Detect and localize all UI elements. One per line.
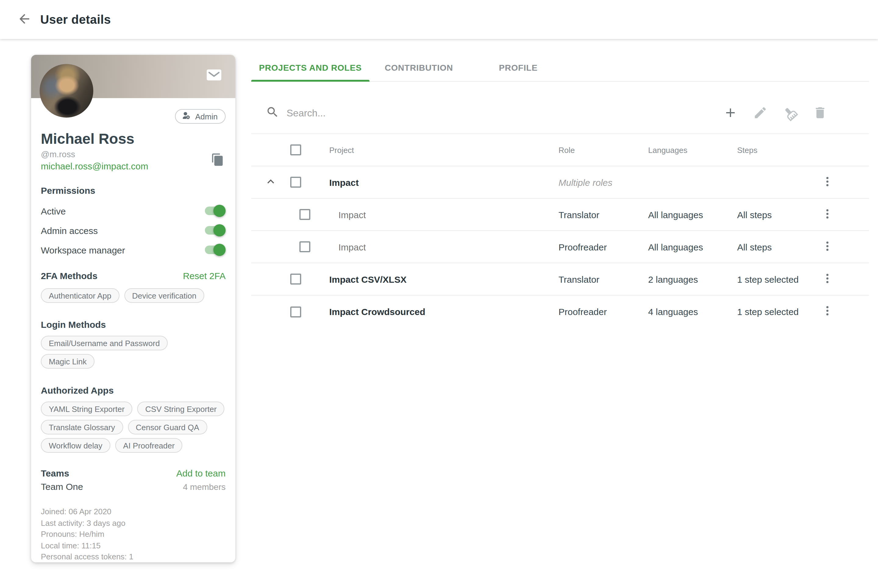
table-row-impact-translator: Impact Translator All languages All step… (251, 199, 869, 231)
kebab-icon (821, 207, 833, 222)
page-title: User details (40, 12, 111, 27)
kebab-icon (821, 304, 833, 319)
row-checkbox[interactable] (290, 306, 301, 317)
team-members-count: 4 members (183, 481, 226, 493)
meta-joined: Joined: 06 Apr 2020 (41, 506, 226, 518)
user-handle: @m.ross (41, 148, 148, 160)
login-methods-title: Login Methods (41, 319, 226, 331)
plus-icon (723, 105, 738, 122)
row-checkbox[interactable] (290, 274, 301, 285)
role-cell: Proofreader (558, 306, 648, 317)
active-toggle[interactable] (204, 205, 226, 217)
row-menu-button[interactable] (818, 269, 837, 289)
trash-icon (813, 105, 827, 122)
projects-table: Project Role Languages Steps Impact Mul (251, 134, 869, 328)
meta-pronouns: Pronouns: He/him (41, 529, 226, 540)
table-row-impact-crowdsourced: Impact Crowdsourced Proofreader 4 langua… (251, 296, 869, 328)
kebab-icon (821, 175, 833, 189)
project-name: Impact (312, 209, 558, 220)
admin-access-toggle[interactable] (204, 224, 226, 236)
row-checkbox[interactable] (290, 177, 301, 188)
steps-cell: 1 step selected (737, 274, 813, 284)
copy-email-button[interactable] (210, 153, 226, 168)
app-chip: YAML String Exporter (41, 402, 132, 416)
toggle-row-active: Active (41, 202, 226, 220)
team-name: Team One (41, 481, 83, 493)
app-chip: Translate Glossary (41, 420, 123, 435)
permissions-list: Active Admin access Workspace manager (41, 202, 226, 259)
steps-cell: All steps (737, 242, 813, 252)
languages-cell: All languages (648, 242, 737, 252)
login-chip: Magic Link (41, 354, 95, 369)
mail-icon (206, 74, 222, 84)
column-header-project: Project (312, 146, 558, 154)
steps-cell: All steps (737, 209, 813, 220)
send-email-button[interactable] (206, 68, 222, 82)
role-cell: Proofreader (558, 242, 648, 252)
languages-cell: 2 languages (648, 274, 737, 284)
copy-icon (211, 159, 224, 168)
kebab-icon (821, 240, 833, 254)
add-to-team-link[interactable]: Add to team (176, 467, 226, 480)
languages-cell: 4 languages (648, 306, 737, 317)
avatar (40, 64, 93, 118)
user-email-link[interactable]: michael.ross@impact.com (41, 160, 148, 172)
row-menu-button[interactable] (818, 237, 837, 256)
toggle-label: Active (41, 206, 66, 216)
row-menu-button[interactable] (818, 205, 837, 224)
twofa-title: 2FA Methods (41, 270, 98, 282)
permissions-title: Permissions (41, 184, 226, 197)
collapse-row-button[interactable] (261, 172, 281, 192)
back-button[interactable] (14, 9, 35, 30)
authorized-apps-title: Authorized Apps (41, 384, 226, 397)
app-chip: Censor Guard QA (128, 420, 207, 435)
table-row-impact-proofreader: Impact Proofreader All languages All ste… (251, 231, 869, 263)
team-row: Team One 4 members (41, 481, 226, 493)
row-menu-button[interactable] (818, 302, 837, 321)
tab-projects-and-roles[interactable]: PROJECTS AND ROLES (251, 54, 370, 81)
select-all-checkbox[interactable] (290, 144, 301, 155)
admin-badge-label: Admin (195, 112, 218, 121)
user-card: Admin Michael Ross @m.ross michael.ross@… (31, 55, 235, 562)
kebab-icon (821, 272, 833, 286)
project-name: Impact (312, 242, 558, 252)
twofa-chip: Device verification (124, 288, 204, 303)
row-checkbox[interactable] (299, 241, 310, 252)
edit-button[interactable] (753, 106, 768, 121)
add-button[interactable] (723, 106, 738, 121)
search-icon (266, 105, 279, 121)
tab-contribution[interactable]: CONTRIBUTION (370, 54, 468, 81)
table-row-impact-csv-xlsx: Impact CSV/XLSX Translator 2 languages 1… (251, 263, 869, 296)
broom-icon (781, 104, 800, 123)
project-name: Impact Crowdsourced (312, 306, 558, 317)
tab-profile[interactable]: PROFILE (468, 54, 568, 81)
meta-last-activity: Last activity: 3 days ago (41, 518, 226, 529)
twofa-chip: Authenticator App (41, 288, 119, 303)
delete-button[interactable] (813, 106, 827, 121)
meta-access-tokens: Personal access tokens: 1 (41, 552, 226, 562)
table-row-impact-group: Impact Multiple roles (251, 166, 869, 199)
row-menu-button[interactable] (818, 172, 837, 192)
app-header: User details (0, 0, 878, 39)
workspace-manager-toggle[interactable] (204, 244, 226, 256)
tab-bar: PROJECTS AND ROLES CONTRIBUTION PROFILE (251, 54, 869, 82)
teams-title: Teams (41, 467, 69, 480)
languages-cell: All languages (648, 209, 737, 220)
login-method-chips: Email/Username and Password Magic Link (41, 336, 226, 369)
app-chip: Workflow delay (41, 438, 110, 453)
admin-badge[interactable]: Admin (175, 109, 226, 124)
user-details-page: User details Admin Michael Ross (0, 0, 878, 588)
search-input[interactable] (287, 108, 543, 119)
app-chip: AI Proofreader (115, 438, 183, 453)
pencil-icon (753, 105, 768, 122)
toggle-label: Admin access (41, 225, 98, 236)
toggle-label: Workspace manager (41, 244, 125, 255)
project-name: Impact CSV/XLSX (312, 274, 558, 284)
project-name: Impact (312, 177, 558, 188)
clear-roles-button[interactable] (783, 106, 798, 121)
reset-2fa-link[interactable]: Reset 2FA (183, 270, 226, 282)
row-checkbox[interactable] (299, 209, 310, 220)
toggle-row-workspace-manager: Workspace manager (41, 241, 226, 259)
role-cell: Translator (558, 274, 648, 284)
column-header-steps: Steps (737, 146, 813, 154)
